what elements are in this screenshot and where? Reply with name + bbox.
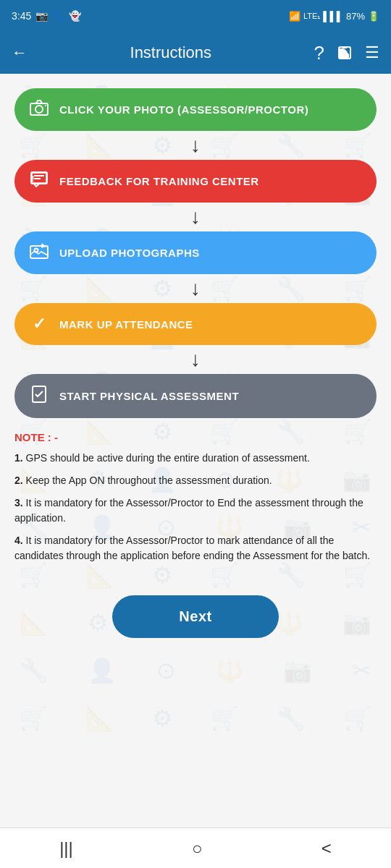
note-num-4: 4. <box>14 535 26 546</box>
back-button[interactable]: ← <box>12 43 28 62</box>
note-item-2: 2. Keep the App ON throughout the assess… <box>14 473 377 488</box>
wifi-icon: 📶 <box>289 11 300 22</box>
home-nav-button[interactable]: ○ <box>177 833 217 864</box>
header-icons: ? ⬆ ☰ <box>314 42 379 64</box>
arrow3: ↓ <box>14 278 377 299</box>
step1-button[interactable]: CLICK YOUR PHOTO (ASSESSOR/PROCTOR) <box>14 88 377 131</box>
lte-icon: LTE₁ <box>303 12 320 21</box>
step1-label: CLICK YOUR PHOTO (ASSESSOR/PROCTOR) <box>59 103 308 116</box>
arrow2: ↓ <box>14 207 377 227</box>
status-left: 3:45 📷 🐾 👻 <box>12 10 81 22</box>
arrow1: ↓ <box>14 135 377 156</box>
camera-icon <box>29 100 49 119</box>
note-item-3: 3. It is mandatory for the Assessor/Proc… <box>14 495 377 526</box>
feedback-icon: ! <box>29 171 49 191</box>
bottom-nav: ||| ○ < <box>0 827 391 868</box>
step2-button[interactable]: ! FEEDBACK FOR TRAINING CENTER <box>14 160 377 203</box>
svg-point-3 <box>35 106 43 113</box>
note-num-1: 1. <box>14 452 26 464</box>
next-button-wrapper: Next <box>0 578 391 650</box>
note-num-2: 2. <box>14 475 26 486</box>
step4-button[interactable]: ✓ MARK UP ATTENDANCE <box>14 303 377 345</box>
battery-icon: 🔋 <box>368 11 379 22</box>
menu-button[interactable]: ☰ <box>365 43 379 62</box>
notes-section: NOTE : - 1. GPS should be active during … <box>0 418 391 578</box>
check-icon: ✓ <box>29 315 49 333</box>
status-right: 📶 LTE₁ ▌▌▌ 87% 🔋 <box>289 11 379 22</box>
step3-button[interactable]: UPLOAD PHOTOGRAPHS <box>14 231 377 274</box>
note-item-4: 4. It is mandatory for the Assessor/Proc… <box>14 533 377 563</box>
page-title: Instructions <box>36 43 306 62</box>
main-content: CLICK YOUR PHOTO (ASSESSOR/PROCTOR) ↓ ! … <box>0 74 391 418</box>
step5-button[interactable]: START PHYSICAL ASSESSMENT <box>14 374 377 418</box>
notification-icon: 🐾 <box>52 10 64 22</box>
svg-point-4 <box>45 105 46 106</box>
snapchat-icon: 👻 <box>69 10 81 22</box>
battery-text: 87% <box>346 11 365 22</box>
menu-nav-button[interactable]: ||| <box>45 833 88 864</box>
status-time: 3:45 <box>12 10 31 22</box>
share-icon: ⬆ <box>336 44 353 61</box>
svg-text:⬆: ⬆ <box>339 47 350 61</box>
next-button[interactable]: Next <box>112 595 279 638</box>
step5-label: START PHYSICAL ASSESSMENT <box>59 390 239 402</box>
top-bar: ← Instructions ? ⬆ ☰ <box>0 32 391 74</box>
help-button[interactable]: ? <box>314 42 324 64</box>
assessment-icon <box>29 386 49 407</box>
note-item-1: 1. GPS should be active during the entir… <box>14 451 377 466</box>
note-num-3: 3. <box>14 497 26 509</box>
svg-text:!: ! <box>32 175 35 183</box>
photo-icon: 📷 <box>35 10 48 22</box>
note-title: NOTE : - <box>14 431 377 443</box>
upload-icon <box>29 243 49 263</box>
back-nav-button[interactable]: < <box>307 833 346 864</box>
signal-icon: ▌▌▌ <box>323 11 343 22</box>
arrow4: ↓ <box>14 349 377 370</box>
step2-label: FEEDBACK FOR TRAINING CENTER <box>59 175 259 187</box>
share-button[interactable]: ⬆ <box>336 44 353 61</box>
step4-label: MARK UP ATTENDANCE <box>59 318 193 331</box>
status-bar: 3:45 📷 🐾 👻 📶 LTE₁ ▌▌▌ 87% 🔋 <box>0 0 391 32</box>
step3-label: UPLOAD PHOTOGRAPHS <box>59 247 200 259</box>
